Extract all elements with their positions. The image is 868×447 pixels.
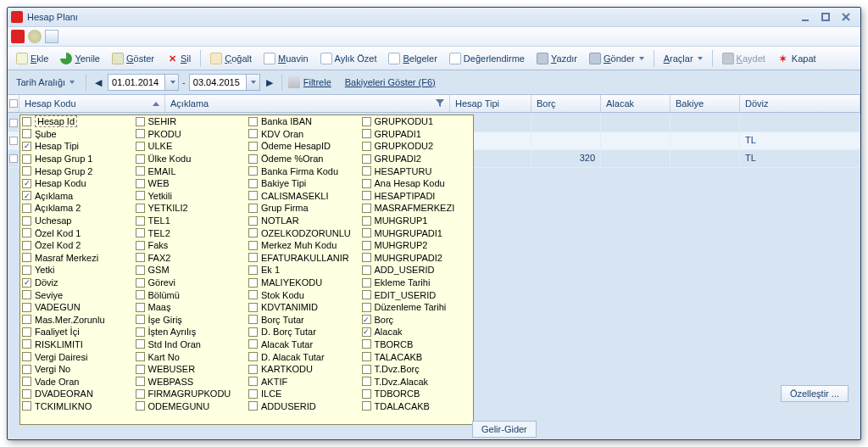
column-chooser-item[interactable]: Vergi No bbox=[22, 363, 132, 376]
checkbox-icon[interactable] bbox=[362, 327, 371, 337]
checkbox-icon[interactable] bbox=[136, 191, 145, 200]
checkbox-icon[interactable] bbox=[136, 216, 145, 226]
checkbox-icon[interactable] bbox=[136, 401, 145, 411]
column-chooser-item[interactable]: Döviz bbox=[22, 277, 132, 289]
chevron-down-icon[interactable] bbox=[246, 75, 259, 90]
column-chooser-item[interactable]: YETKILI2 bbox=[136, 202, 246, 215]
column-chooser-item[interactable]: FAX2 bbox=[136, 252, 246, 265]
checkbox-icon[interactable] bbox=[362, 352, 371, 361]
checkbox-icon[interactable] bbox=[248, 265, 258, 275]
column-chooser-item[interactable]: WEBUSER bbox=[136, 363, 246, 376]
cogalt-button[interactable]: Çoğalt bbox=[205, 50, 257, 67]
column-chooser-item[interactable]: Hesap Grup 1 bbox=[22, 153, 132, 165]
checkbox-icon[interactable] bbox=[22, 327, 31, 337]
checkbox-icon[interactable] bbox=[136, 389, 145, 399]
checkbox-icon[interactable] bbox=[136, 117, 145, 126]
checkbox-icon[interactable] bbox=[136, 241, 145, 250]
column-chooser-item[interactable]: GRUPADI1 bbox=[362, 128, 472, 141]
checkbox-icon[interactable] bbox=[362, 377, 371, 386]
tab-gelir-gider[interactable]: Gelir-Gider bbox=[472, 421, 537, 438]
column-chooser-item[interactable]: PKODU bbox=[136, 128, 246, 141]
checkbox-icon[interactable] bbox=[248, 290, 258, 299]
header-checkbox[interactable] bbox=[8, 95, 19, 112]
column-chooser-item[interactable]: Bölümü bbox=[136, 288, 246, 301]
checkbox-icon[interactable] bbox=[22, 166, 31, 176]
column-chooser-item[interactable]: NOTLAR bbox=[248, 215, 359, 227]
checkbox-icon[interactable] bbox=[248, 327, 258, 337]
checkbox-icon[interactable] bbox=[22, 377, 31, 386]
column-chooser-item[interactable]: Mas.Mer.Zorunlu bbox=[22, 314, 132, 327]
checkbox-icon[interactable] bbox=[136, 352, 145, 361]
column-chooser-item[interactable]: FIRMAGRUPKODU bbox=[136, 388, 246, 400]
checkbox-icon[interactable] bbox=[136, 303, 145, 312]
column-chooser-item[interactable]: İşten Ayrılış bbox=[136, 326, 246, 338]
filtrele-link[interactable]: Filtrele bbox=[303, 77, 331, 87]
column-chooser-item[interactable]: ADDUSERID bbox=[248, 400, 359, 413]
checkbox-icon[interactable] bbox=[136, 253, 145, 262]
column-chooser-item[interactable]: Masraf Merkezi bbox=[22, 252, 132, 265]
column-chooser-item[interactable]: TEL1 bbox=[136, 215, 246, 227]
belgeler-button[interactable]: Belgeler bbox=[383, 50, 442, 67]
column-chooser-item[interactable]: Ana Hesap Kodu bbox=[362, 177, 472, 190]
checkbox-icon[interactable] bbox=[248, 154, 258, 164]
column-chooser-item[interactable]: AKTIF bbox=[248, 375, 359, 388]
column-chooser-item[interactable]: Uchesap bbox=[22, 215, 132, 227]
checkbox-icon[interactable] bbox=[248, 352, 258, 361]
column-chooser-item[interactable]: Hesap Grup 2 bbox=[22, 165, 132, 177]
checkbox-icon[interactable] bbox=[362, 204, 371, 213]
column-chooser-item[interactable]: ODEMEGUNU bbox=[136, 400, 246, 413]
checkbox-icon[interactable] bbox=[22, 278, 31, 288]
checkbox-icon[interactable] bbox=[136, 327, 145, 337]
column-chooser-item[interactable]: DVADEORAN bbox=[22, 388, 132, 400]
date-to-input[interactable] bbox=[189, 74, 260, 91]
checkbox-icon[interactable] bbox=[136, 265, 145, 275]
checkbox-icon[interactable] bbox=[136, 339, 145, 349]
checkbox-icon[interactable] bbox=[248, 389, 258, 399]
ozellestir-button[interactable]: Özelleştir ... bbox=[781, 385, 849, 402]
column-chooser-popup[interactable]: Hesap IdŞubeHesap TipiHesap Grup 1Hesap … bbox=[19, 115, 474, 425]
column-chooser-item[interactable]: KDVTANIMID bbox=[248, 301, 359, 314]
checkbox-icon[interactable] bbox=[22, 315, 31, 324]
checkbox-icon[interactable] bbox=[248, 278, 258, 288]
checkbox-icon[interactable] bbox=[248, 204, 258, 213]
col-aciklama[interactable]: Açıklama bbox=[165, 95, 450, 112]
date-prev-button[interactable]: ◀ bbox=[92, 76, 104, 88]
column-chooser-item[interactable]: KARTKODU bbox=[248, 363, 359, 376]
checkbox-icon[interactable] bbox=[22, 365, 31, 374]
checkbox-icon[interactable] bbox=[22, 179, 31, 188]
column-chooser-item[interactable]: Özel Kod 1 bbox=[22, 226, 132, 239]
column-chooser-item[interactable]: Hesap Kodu bbox=[22, 177, 132, 190]
column-chooser-item[interactable]: Borç Tutar bbox=[248, 314, 359, 327]
checkbox-icon[interactable] bbox=[22, 228, 31, 237]
checkbox-icon[interactable] bbox=[22, 191, 31, 200]
column-chooser-item[interactable]: Hesap Tipi bbox=[22, 140, 132, 153]
column-chooser-item[interactable]: RISKLIMITI bbox=[22, 338, 132, 351]
checkbox-icon[interactable] bbox=[362, 278, 371, 288]
checkbox-icon[interactable] bbox=[248, 191, 258, 200]
sil-button[interactable]: ✕Sil bbox=[161, 50, 196, 67]
aylik-ozet-button[interactable]: Aylık Özet bbox=[315, 50, 382, 67]
column-chooser-item[interactable]: Şube bbox=[22, 128, 132, 141]
checkbox-icon[interactable] bbox=[136, 228, 145, 237]
column-chooser-item[interactable]: Stok Kodu bbox=[248, 288, 359, 301]
col-borc[interactable]: Borç bbox=[531, 95, 601, 112]
column-chooser-item[interactable]: Borç bbox=[362, 314, 472, 327]
checkbox-icon[interactable] bbox=[362, 166, 371, 176]
column-chooser-item[interactable]: TBORCB bbox=[362, 338, 472, 351]
checkbox-icon[interactable] bbox=[248, 377, 258, 386]
column-chooser-item[interactable]: MUHGRUPADI1 bbox=[362, 226, 472, 239]
column-chooser-item[interactable]: Ekleme Tarihi bbox=[362, 277, 472, 289]
column-chooser-item[interactable]: SEHIR bbox=[136, 115, 246, 128]
goster-button[interactable]: Göster bbox=[107, 50, 159, 67]
column-chooser-item[interactable]: Vade Oran bbox=[22, 375, 132, 388]
column-chooser-item[interactable]: Özel Kod 2 bbox=[22, 239, 132, 252]
checkbox-icon[interactable] bbox=[136, 315, 145, 324]
column-chooser-item[interactable]: Ödeme %Oran bbox=[248, 153, 359, 165]
checkbox-icon[interactable] bbox=[136, 377, 145, 386]
column-chooser-item[interactable]: VADEGUN bbox=[22, 301, 132, 314]
column-chooser-item[interactable]: İşe Giriş bbox=[136, 314, 246, 327]
column-chooser-item[interactable]: HESAPTIPADI bbox=[362, 190, 472, 203]
column-chooser-item[interactable]: WEBPASS bbox=[136, 375, 246, 388]
column-chooser-item[interactable]: EDIT_USERID bbox=[362, 288, 472, 301]
checkbox-icon[interactable] bbox=[248, 166, 258, 176]
